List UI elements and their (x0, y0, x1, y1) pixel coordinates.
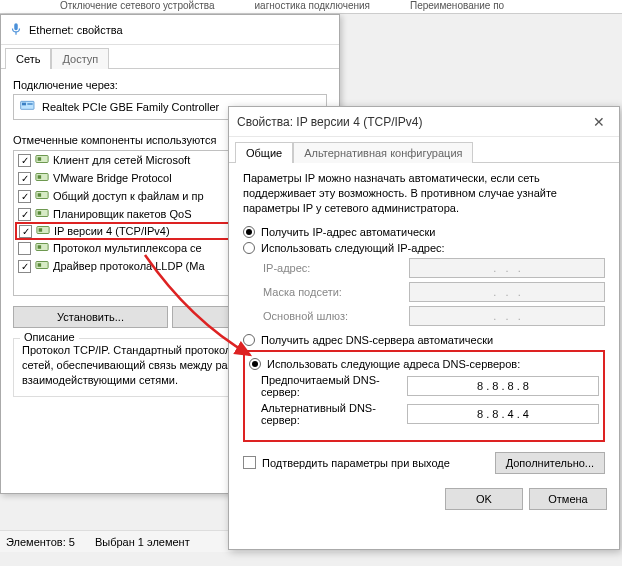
alternate-dns-input[interactable]: 8 . 8 . 4 . 4 (407, 404, 599, 424)
checkbox-label: Подтвердить параметры при выходе (262, 457, 450, 469)
checkbox-icon[interactable]: ✓ (18, 172, 31, 185)
ipv4-properties-window: Свойства: IP версии 4 (TCP/IPv4) ✕ Общие… (228, 106, 620, 550)
svg-rect-6 (38, 175, 42, 179)
checkbox-icon[interactable] (18, 242, 31, 255)
component-label: Клиент для сетей Microsoft (53, 154, 190, 166)
connect-via-label: Подключение через: (13, 79, 327, 91)
ip-address-label: IP-адрес: (263, 262, 403, 274)
radio-icon (249, 358, 261, 370)
checkbox-icon[interactable]: ✓ (18, 260, 31, 273)
component-icon (35, 188, 49, 204)
checkbox-icon[interactable]: ✓ (19, 225, 32, 238)
window-title: Свойства: IP версии 4 (TCP/IPv4) (237, 115, 423, 129)
svg-rect-4 (38, 157, 42, 161)
component-label: Драйвер протокола LLDP (Ма (53, 260, 205, 272)
component-icon (35, 258, 49, 274)
radio-dns-auto[interactable]: Получить адрес DNS-сервера автоматически (243, 334, 605, 346)
status-count: Элементов: 5 (6, 536, 75, 548)
radio-label: Получить IP-адрес автоматически (261, 226, 435, 238)
explorer-toolbar: Отключение сетевого устройства иагностик… (0, 0, 622, 14)
tab-access[interactable]: Доступ (51, 48, 109, 69)
toolbar-item[interactable]: Переименование по (410, 0, 504, 13)
svg-rect-16 (38, 263, 42, 267)
window-titlebar: Ethernet: свойства (1, 15, 339, 45)
network-card-icon (20, 99, 36, 115)
svg-rect-8 (38, 193, 42, 197)
ip-address-input: . . . (409, 258, 605, 278)
svg-rect-14 (38, 245, 42, 249)
component-icon (36, 223, 50, 239)
subnet-mask-label: Маска подсети: (263, 286, 403, 298)
window-titlebar: Свойства: IP версии 4 (TCP/IPv4) ✕ (229, 107, 619, 137)
checkbox-icon[interactable]: ✓ (18, 208, 31, 221)
component-icon (35, 240, 49, 256)
radio-label: Использовать следующие адреса DNS-сервер… (267, 358, 520, 370)
install-button[interactable]: Установить... (13, 306, 168, 328)
radio-ip-manual[interactable]: Использовать следующий IP-адрес: (243, 242, 605, 254)
component-icon (35, 152, 49, 168)
checkbox-icon (243, 456, 256, 469)
radio-icon (243, 226, 255, 238)
alternate-dns-label: Альтернативный DNS-сервер: (261, 402, 401, 426)
component-icon (35, 206, 49, 222)
checkbox-icon[interactable]: ✓ (18, 154, 31, 167)
component-label: IP версии 4 (TCP/IPv4) (54, 225, 170, 237)
radio-dns-manual[interactable]: Использовать следующие адреса DNS-сервер… (249, 358, 599, 370)
description-title: Описание (20, 331, 79, 343)
component-label: Протокол мультиплексора се (53, 242, 202, 254)
radio-label: Получить адрес DNS-сервера автоматически (261, 334, 493, 346)
tab-network[interactable]: Сеть (5, 48, 51, 69)
close-icon[interactable]: ✕ (587, 114, 611, 130)
gateway-label: Основной шлюз: (263, 310, 403, 322)
subnet-mask-input: . . . (409, 282, 605, 302)
tabs: Сеть Доступ (1, 47, 339, 68)
window-title: Ethernet: свойства (29, 24, 123, 36)
preferred-dns-label: Предпочитаемый DNS-сервер: (261, 374, 401, 398)
checkbox-icon[interactable]: ✓ (18, 190, 31, 203)
dns-manual-block: Использовать следующие адреса DNS-сервер… (243, 350, 605, 442)
ok-button[interactable]: OK (445, 488, 523, 510)
tab-alternate[interactable]: Альтернативная конфигурация (293, 142, 473, 163)
svg-rect-2 (27, 103, 32, 104)
intro-paragraph: Параметры IP можно назначать автоматичес… (243, 171, 605, 216)
svg-rect-0 (21, 101, 34, 109)
component-label: VMware Bridge Protocol (53, 172, 172, 184)
toolbar-item[interactable]: иагностика подключения (255, 0, 370, 13)
confirm-on-exit-checkbox[interactable]: Подтвердить параметры при выходе (243, 456, 450, 469)
tab-general[interactable]: Общие (235, 142, 293, 163)
svg-rect-12 (39, 228, 43, 232)
advanced-button[interactable]: Дополнительно... (495, 452, 605, 474)
adapter-icon (9, 22, 23, 38)
svg-rect-1 (22, 103, 26, 106)
component-icon (35, 170, 49, 186)
radio-ip-auto[interactable]: Получить IP-адрес автоматически (243, 226, 605, 238)
component-label: Общий доступ к файлам и пр (53, 190, 204, 202)
preferred-dns-input[interactable]: 8 . 8 . 8 . 8 (407, 376, 599, 396)
adapter-name: Realtek PCIe GBE Family Controller (42, 101, 219, 113)
radio-icon (243, 334, 255, 346)
svg-rect-10 (38, 211, 42, 215)
tabs: Общие Альтернативная конфигурация (229, 137, 619, 162)
radio-icon (243, 242, 255, 254)
toolbar-item[interactable]: Отключение сетевого устройства (60, 0, 215, 13)
radio-label: Использовать следующий IP-адрес: (261, 242, 445, 254)
cancel-button[interactable]: Отмена (529, 488, 607, 510)
gateway-input: . . . (409, 306, 605, 326)
status-selected: Выбран 1 элемент (95, 536, 190, 548)
component-label: Планировщик пакетов QoS (53, 208, 192, 220)
